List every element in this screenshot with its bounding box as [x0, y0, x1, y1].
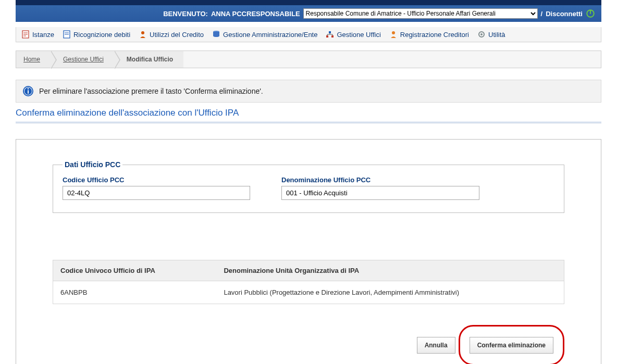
- dati-ufficio-pcc-fieldset: Dati Ufficio PCC Codice Ufficio PCC Deno…: [53, 160, 564, 213]
- nav-gestione-uffici[interactable]: Gestione Uffici: [326, 30, 380, 39]
- fieldset-legend: Dati Ufficio PCC: [63, 160, 122, 169]
- table-row: 6ANBPB Lavori Pubblici (Progettazione e …: [53, 281, 564, 304]
- codice-ufficio-pcc-field: Codice Ufficio PCC: [63, 176, 250, 200]
- role-select[interactable]: Responsabile Comune di Amatrice - Uffici…: [303, 8, 538, 19]
- info-box: Per eliminare l'associazione premere il …: [16, 80, 601, 103]
- button-row: Annulla Conferma eliminazione: [53, 325, 564, 364]
- codice-input[interactable]: [63, 186, 250, 200]
- nav-registrazione-creditori[interactable]: Registrazione Creditori: [389, 30, 469, 39]
- nav-label: Ricognizione debiti: [73, 31, 130, 39]
- page-title: Conferma eliminazione dell'associazione …: [16, 108, 601, 118]
- denominazione-ufficio-pcc-field: Denominazione Ufficio PCC: [281, 176, 479, 200]
- col-codice-ipa: Codice Univoco Ufficio di IPA: [53, 260, 217, 281]
- crumb-link[interactable]: Home: [23, 56, 40, 63]
- nav-gestione-amministrazione[interactable]: Gestione Amministrazione/Ente: [212, 30, 317, 39]
- svg-point-9: [141, 31, 144, 34]
- svg-point-18: [392, 31, 395, 34]
- nav-istanze[interactable]: Istanze: [21, 30, 54, 39]
- cancel-button[interactable]: Annulla: [417, 337, 455, 354]
- welcome-username: ANNA PCCRESPONSABILE: [211, 10, 300, 18]
- nav-label: Utilizzi del Credito: [150, 31, 204, 39]
- ipa-table: Codice Univoco Ufficio di IPA Denominazi…: [53, 260, 564, 304]
- person-orange2-icon: [389, 30, 398, 39]
- nav-utilizzi-credito[interactable]: Utilizzi del Credito: [139, 30, 204, 39]
- info-icon: [22, 85, 34, 97]
- main-nav: Istanze Ricognizione debiti Utilizzi del…: [16, 27, 601, 42]
- nav-label: Gestione Amministrazione/Ente: [223, 31, 317, 39]
- nav-ricognizione[interactable]: Ricognizione debiti: [63, 30, 130, 39]
- svg-point-20: [480, 33, 483, 35]
- disconnect-link[interactable]: Disconnetti: [546, 10, 583, 18]
- crumb-link[interactable]: Gestione Uffici: [63, 56, 104, 63]
- nav-label: Istanze: [32, 31, 54, 39]
- crumb-current: Modifica Ufficio: [127, 56, 173, 63]
- main-panel: Dati Ufficio PCC Codice Ufficio PCC Deno…: [16, 139, 601, 364]
- nav-label: Registrazione Creditori: [400, 31, 469, 39]
- title-underline: [16, 121, 601, 123]
- separator-slash: /: [541, 10, 543, 18]
- power-icon[interactable]: [586, 9, 595, 18]
- cell-code: 6ANBPB: [53, 281, 217, 304]
- info-text: Per eliminare l'associazione premere il …: [39, 87, 263, 95]
- document-red-icon: [21, 30, 30, 39]
- nav-utilita[interactable]: Utilità: [477, 30, 505, 39]
- nav-label: Utilità: [488, 31, 505, 39]
- top-dark-stripe: [16, 0, 601, 5]
- denom-label: Denominazione Ufficio PCC: [281, 176, 479, 184]
- svg-point-25: [28, 88, 29, 89]
- confirm-delete-button[interactable]: Conferma eliminazione: [470, 337, 553, 354]
- crumb-modifica-ufficio: Modifica Ufficio: [114, 51, 183, 68]
- nav-label: Gestione Uffici: [337, 31, 380, 39]
- crumb-home[interactable]: Home: [16, 51, 51, 68]
- top-header: BENVENUTO: ANNA PCCRESPONSABILE Responsa…: [16, 5, 601, 22]
- col-denom-ipa: Denominazione Unità Organizzativa di IPA: [216, 260, 564, 281]
- cell-name: Lavori Pubblici (Progettazione e Direzio…: [216, 281, 564, 304]
- breadcrumb: Home Gestione Uffici Modifica Ufficio: [16, 51, 601, 68]
- table-header-row: Codice Univoco Ufficio di IPA Denominazi…: [53, 260, 564, 281]
- svg-rect-13: [331, 35, 334, 37]
- welcome-prefix: BENVENUTO:: [163, 10, 208, 18]
- gear-icon: [477, 30, 486, 39]
- svg-rect-12: [326, 35, 328, 37]
- highlight-annotation: Conferma eliminazione: [459, 325, 564, 364]
- crumb-gestione-uffici[interactable]: Gestione Uffici: [51, 51, 114, 68]
- svg-rect-11: [329, 31, 331, 33]
- database-icon: [212, 30, 220, 39]
- codice-label: Codice Ufficio PCC: [63, 176, 250, 184]
- denom-input[interactable]: [281, 186, 479, 200]
- svg-rect-24: [28, 90, 29, 94]
- document-blue-icon: [63, 30, 71, 39]
- person-orange-icon: [139, 30, 147, 39]
- org-icon: [326, 30, 334, 39]
